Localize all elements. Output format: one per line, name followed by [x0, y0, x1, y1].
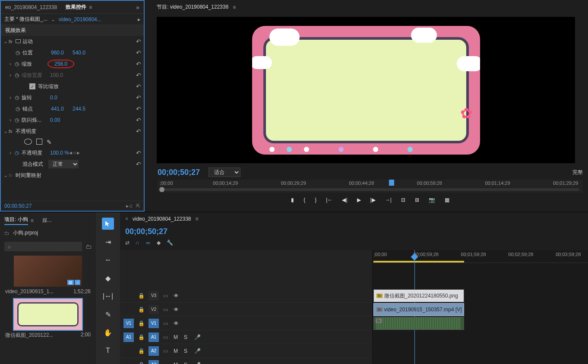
reset-icon[interactable]: ↶	[136, 60, 141, 67]
effect-controls-tab[interactable]: 效果控件	[66, 3, 86, 11]
playhead-icon[interactable]	[389, 180, 394, 186]
linked-selection-icon[interactable]: ⫘	[145, 240, 151, 246]
chevron-down-icon[interactable]: ⌄	[51, 16, 55, 22]
selection-tool-icon[interactable]	[102, 218, 114, 230]
reset-icon[interactable]: ↶	[136, 105, 141, 112]
project-tab[interactable]: 项目: 小狗	[4, 216, 28, 225]
clip-audio[interactable]: fx	[373, 317, 464, 330]
lock-icon[interactable]: 🔒	[138, 348, 144, 354]
panel-menu-icon[interactable]: ≡	[233, 4, 236, 10]
timeline-ruler[interactable]: ;00;00 00;00;59;28 00;01;59;28 00;02;59;…	[373, 250, 588, 263]
reset-icon[interactable]: ↶	[136, 83, 141, 90]
lock-icon[interactable]: 🔒	[138, 320, 144, 326]
disclosure-icon[interactable]: ›	[9, 72, 15, 78]
go-out-icon[interactable]: →|	[385, 197, 392, 203]
uniform-scale-checkbox[interactable]: ✓	[29, 83, 35, 89]
play-only-icon[interactable]: ▸	[138, 16, 140, 22]
scale-value[interactable]: 258.0	[47, 60, 74, 68]
disclosure-icon[interactable]: ›	[9, 117, 15, 123]
disclosure-icon[interactable]: ›	[9, 150, 15, 156]
voice-icon[interactable]: 🎤	[194, 362, 200, 364]
track-a2[interactable]: 🔒A2▭MS🎤	[120, 344, 372, 358]
reset-icon[interactable]: ↶	[136, 161, 141, 168]
snap-icon[interactable]: ∩	[136, 240, 139, 246]
scrubber-knob[interactable]	[159, 187, 164, 192]
pen-tool-icon[interactable]: ✎	[102, 308, 114, 320]
program-ruler[interactable]: ;00;00 00;00;14;29 00;00;29;29 00;00;44;…	[158, 180, 583, 193]
stopwatch-active-icon[interactable]: ◷	[15, 150, 22, 156]
expand-panel-icon[interactable]: »	[136, 4, 139, 11]
position-y[interactable]: 540.0	[70, 50, 92, 56]
reset-icon[interactable]: ↶	[136, 38, 141, 45]
source-clip-name[interactable]: 主要 * 微信截图_...	[4, 16, 47, 23]
stopwatch-icon[interactable]: ◷	[15, 61, 22, 67]
timeline-timecode[interactable]: 00;00;50;27	[125, 227, 168, 236]
clip-image[interactable]: fx微信截图_20201224180550.png	[373, 289, 464, 302]
new-bin-icon[interactable]: 🗀	[85, 243, 92, 250]
track-select-tool-icon[interactable]: ⇥	[102, 236, 114, 248]
lock-icon[interactable]: 🔒	[138, 334, 144, 340]
voice-icon[interactable]: 🎤	[194, 334, 200, 340]
lock-icon[interactable]: 🔒	[138, 307, 144, 313]
reset-icon[interactable]: ↶	[136, 49, 141, 56]
panel-menu-icon[interactable]: ≡	[195, 216, 198, 222]
razor-tool-icon[interactable]: ◆	[102, 272, 114, 284]
marker-icon[interactable]: ◆	[157, 240, 161, 246]
track-v1[interactable]: V1🔒V1▭👁	[120, 317, 372, 330]
stopwatch-icon[interactable]: ◷	[15, 117, 22, 123]
position-x[interactable]: 960.0	[48, 50, 70, 56]
voice-icon[interactable]: 🎤	[194, 348, 200, 354]
sync-lock-icon[interactable]: ▭	[163, 362, 169, 364]
eye-icon[interactable]: 👁	[174, 320, 180, 326]
track-a1[interactable]: A1🔒A1▭MS🎤	[120, 330, 372, 344]
lock-icon[interactable]: 🔒	[138, 362, 144, 364]
disclosure-icon[interactable]: ⌄	[3, 172, 9, 178]
media-browser-tab[interactable]: 媒...	[42, 217, 52, 224]
eye-icon[interactable]: 👁	[174, 307, 180, 313]
mark-in-icon[interactable]: ▮	[291, 197, 294, 203]
extract-icon[interactable]: ⊞	[415, 197, 419, 203]
panel-menu-icon[interactable]: ≡	[89, 4, 92, 10]
sync-lock-icon[interactable]: ▭	[163, 320, 169, 326]
stopwatch-icon[interactable]: ◷	[15, 95, 22, 101]
clip-video[interactable]: fxvideo_20190915_150357.mp4 [V]	[373, 303, 464, 316]
resolution-select[interactable]: 完整	[572, 169, 583, 176]
program-preview[interactable]	[157, 17, 575, 163]
zoom-select[interactable]: 适合	[209, 168, 240, 177]
stopwatch-icon[interactable]: ◷	[16, 50, 22, 56]
play-icon[interactable]: ▶	[357, 197, 361, 203]
sequence-name[interactable]: video_20190804...	[59, 16, 101, 22]
source-tab[interactable]: eo_20190804_122338	[5, 4, 57, 10]
disclosure-icon[interactable]: ⌄	[3, 128, 9, 134]
comparison-icon[interactable]: ▦	[445, 197, 449, 203]
anchor-y[interactable]: 244.5	[70, 106, 92, 112]
rotation-value[interactable]: 0.0	[47, 95, 69, 101]
opacity-effect-row[interactable]: ⌄ fx 不透明度 ↶	[1, 126, 144, 137]
export-icon[interactable]: ⇱	[136, 203, 140, 209]
disclosure-icon[interactable]: ›	[9, 61, 15, 67]
close-sequence-icon[interactable]: ×	[125, 216, 128, 222]
effects-timecode[interactable]: 00;00;50;27	[4, 203, 32, 209]
motion-effect-row[interactable]: ⌄ fx 运动 ↶	[1, 36, 144, 47]
panel-menu-icon[interactable]: ≡	[31, 218, 34, 224]
fx-badge-icon[interactable]: fx	[9, 129, 16, 134]
settings-icon[interactable]: 🔧	[167, 240, 173, 246]
rect-mask-icon[interactable]	[36, 139, 42, 145]
keyframe-nav[interactable]: ◀◇▶	[69, 151, 80, 155]
antiflicker-value[interactable]: 0.00	[47, 117, 69, 123]
fx-badge-icon[interactable]: fx	[9, 39, 16, 44]
track-v3[interactable]: 🔒V3▭👁	[120, 289, 372, 303]
reset-icon[interactable]: ↶	[136, 149, 141, 156]
lift-icon[interactable]: ⊟	[401, 197, 405, 203]
sequence-tab[interactable]: video_20190804_122338	[133, 216, 191, 222]
anchor-x[interactable]: 441.0	[48, 106, 70, 112]
reset-icon[interactable]: ↶	[136, 94, 141, 101]
bin-item[interactable]: 微信截图_2020122...2;00	[3, 299, 93, 339]
go-in-icon[interactable]: |←	[326, 197, 332, 203]
ellipse-mask-icon[interactable]	[24, 139, 32, 145]
blend-mode-select[interactable]: 正常	[48, 160, 79, 168]
lock-icon[interactable]: 🔒	[138, 293, 144, 299]
hand-tool-icon[interactable]: ✋	[102, 326, 114, 339]
in-bracket-icon[interactable]: {	[303, 197, 305, 203]
timeline-tracks-area[interactable]: ;00;00 00;00;59;28 00;01;59;28 00;02;59;…	[373, 250, 588, 364]
